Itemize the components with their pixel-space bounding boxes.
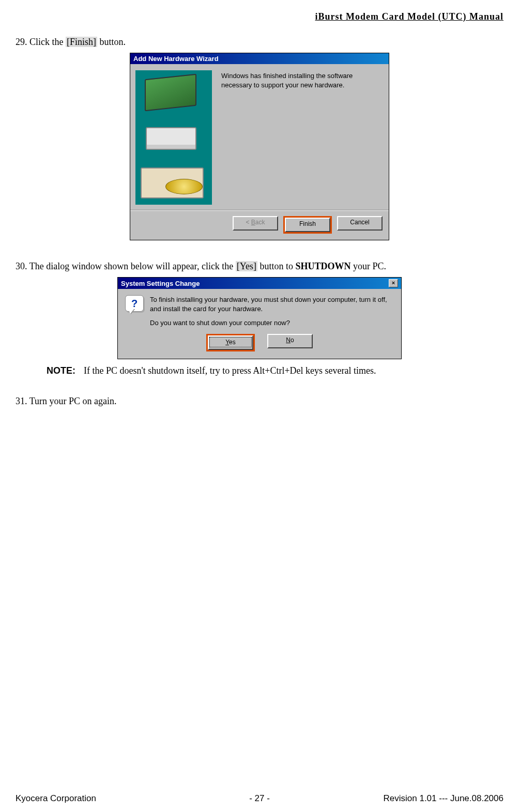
yes-button-highlight: Yes xyxy=(206,334,255,351)
page-header-title: iBurst Modem Card Model (UTC) Manual xyxy=(16,0,503,33)
hardware-illustration xyxy=(135,70,212,205)
dialog2-title-text: System Settings Change xyxy=(121,280,200,287)
yes-rest: es xyxy=(229,339,236,346)
bubble-tail-icon xyxy=(128,309,134,314)
footer-left: Kyocera Corporation xyxy=(16,793,96,804)
finish-button[interactable]: Finish xyxy=(285,218,330,232)
cancel-button[interactable]: Cancel xyxy=(337,216,383,231)
step-30-mid: button to xyxy=(257,261,296,271)
no-mnemonic: N xyxy=(286,336,291,344)
cd-disc-icon xyxy=(165,179,203,194)
cd-drive-icon xyxy=(141,167,204,198)
step-29-suffix: button. xyxy=(97,37,126,47)
step-29-prefix: 29. Click the xyxy=(16,37,66,47)
question-icon: ? xyxy=(125,295,143,313)
back-button: < Back xyxy=(233,216,278,231)
shutdown-word: SHUTDOWN xyxy=(296,261,351,271)
dialog2-line11: To finish installing your hardware, you … xyxy=(150,295,394,313)
note-label: NOTE: xyxy=(47,365,75,376)
dialog1-title-text: Add New Hardware Wizard xyxy=(133,55,219,63)
no-rest: o xyxy=(291,336,294,344)
dialog2-line2: Do you want to shut down your computer n… xyxy=(150,318,394,328)
system-settings-change-dialog: System Settings Change × ? To finish ins… xyxy=(117,277,402,359)
finish-label-ref: [Finish] xyxy=(66,37,97,47)
dialog2-titlebar: System Settings Change × xyxy=(118,278,401,289)
step-30-prefix: 30. The dialog window shown below will a… xyxy=(16,261,236,271)
finish-button-highlight: Finish xyxy=(283,216,332,234)
dialog1-titlebar: Add New Hardware Wizard xyxy=(130,53,389,64)
footer-page-number: - 27 - xyxy=(249,793,270,804)
step-30-suffix: your PC. xyxy=(351,261,387,271)
no-button[interactable]: No xyxy=(267,334,313,348)
step-30-text: 30. The dialog window shown below will a… xyxy=(16,261,503,272)
close-icon[interactable]: × xyxy=(389,279,398,287)
drive-case-icon xyxy=(146,127,196,150)
step-31-text: 31. Turn your PC on again. xyxy=(16,396,503,407)
footer-right: Revision 1.01 --- June.08.2006 xyxy=(384,793,503,804)
step-29-text: 29. Click the [Finish] button. xyxy=(16,37,503,48)
dialog1-body-text: Windows has finished installing the soft… xyxy=(221,70,380,205)
note-row: NOTE: If the PC doesn't shutdown itself,… xyxy=(47,365,503,376)
yes-button[interactable]: Yes xyxy=(208,335,253,350)
note-text: If the PC doesn't shutdown itself, try t… xyxy=(84,365,376,376)
yes-label-ref: [Yes] xyxy=(236,261,257,271)
add-new-hardware-wizard-dialog: Add New Hardware Wizard Windows has fini… xyxy=(130,53,389,240)
pci-card-icon xyxy=(145,74,196,112)
page-footer: Kyocera Corporation - 27 - Revision 1.01… xyxy=(16,793,503,804)
